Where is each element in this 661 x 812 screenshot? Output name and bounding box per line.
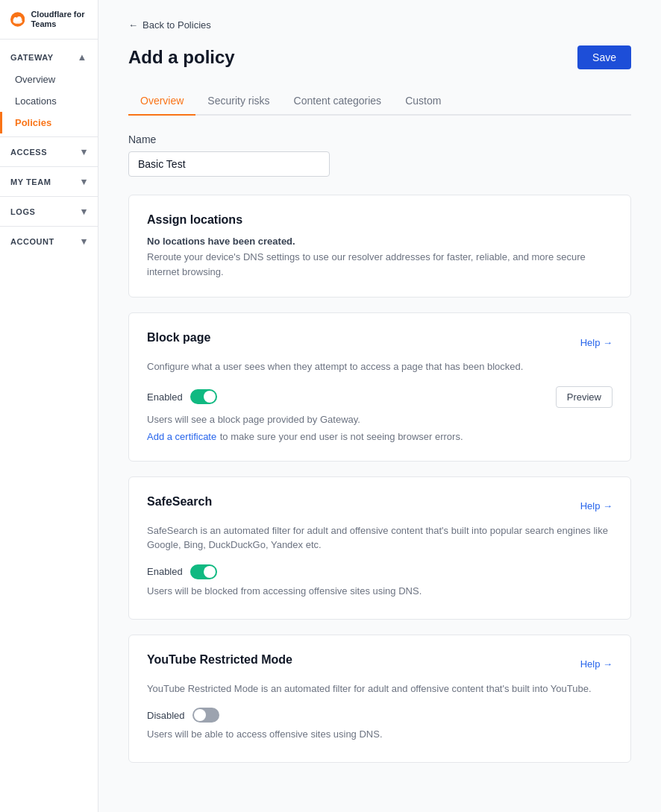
svg-point-4	[13, 17, 17, 21]
divider-2	[0, 166, 98, 167]
youtube-toggle-row: Disabled	[147, 708, 613, 723]
tab-bar: Overview Security risks Content categori…	[128, 87, 631, 116]
page-header: Add a policy Save	[128, 45, 631, 69]
back-to-policies-link[interactable]: ← Back to Policies	[128, 19, 211, 31]
block-page-toggle-row: Enabled Preview	[147, 386, 613, 408]
back-arrow-icon: ←	[128, 19, 138, 31]
sidebar-group-gateway[interactable]: GATEWAY ▲	[0, 45, 98, 69]
safesearch-header-row: SafeSearch Help →	[147, 495, 613, 517]
access-label: ACCESS	[10, 148, 47, 157]
app-logo: Cloudflare for Teams	[0, 0, 98, 40]
youtube-toggle-label-row: Disabled	[147, 708, 219, 723]
safesearch-desc: SafeSearch is an automated filter for ad…	[147, 523, 613, 553]
youtube-title: YouTube Restricted Mode	[147, 653, 292, 667]
safesearch-toggle-knob	[204, 566, 216, 578]
page-title: Add a policy	[128, 47, 235, 68]
block-page-desc: Configure what a user sees when they att…	[147, 359, 613, 374]
block-page-help-link[interactable]: Help →	[580, 337, 613, 348]
chevron-down-icon-access: ▾	[81, 146, 87, 157]
svg-point-5	[17, 16, 22, 21]
safesearch-help-link[interactable]: Help →	[580, 500, 613, 512]
divider-4	[0, 226, 98, 227]
sidebar: Cloudflare for Teams GATEWAY ▲ Overview …	[0, 0, 98, 812]
block-page-card: Block page Help → Configure what a user …	[128, 312, 631, 462]
sidebar-item-locations[interactable]: Locations	[0, 90, 98, 112]
cloudflare-logo-icon	[10, 9, 25, 30]
chevron-up-icon: ▲	[78, 51, 87, 63]
no-locations-subtitle: No locations have been created.	[147, 236, 613, 247]
chevron-down-icon-myteam: ▾	[81, 176, 87, 187]
safesearch-title: SafeSearch	[147, 495, 212, 509]
chevron-down-icon-account: ▾	[81, 236, 87, 247]
tab-custom[interactable]: Custom	[393, 87, 453, 116]
youtube-toggle-text: Users will be able to access offensive s…	[147, 728, 613, 740]
back-link-text: Back to Policies	[142, 19, 211, 31]
sidebar-nav: GATEWAY ▲ Overview Locations Policies AC…	[0, 45, 98, 253]
app-logo-text: Cloudflare for Teams	[31, 10, 87, 29]
sidebar-group-access[interactable]: ACCESS ▾	[0, 140, 98, 163]
safesearch-card: SafeSearch Help → SafeSearch is an autom…	[128, 476, 631, 620]
sidebar-group-account[interactable]: ACCOUNT ▾	[0, 230, 98, 253]
block-page-enabled-label: Enabled	[147, 391, 183, 403]
tab-security-risks[interactable]: Security risks	[195, 87, 281, 116]
cert-text-row: Add a certificate to make sure your end …	[147, 429, 613, 443]
chevron-down-icon-logs: ▾	[81, 206, 87, 217]
youtube-desc: YouTube Restricted Mode is an automated …	[147, 682, 613, 696]
sidebar-group-myteam[interactable]: MY TEAM ▾	[0, 170, 98, 193]
divider-1	[0, 136, 98, 137]
logs-label: LOGS	[10, 207, 35, 216]
name-field-group: Name	[128, 133, 631, 195]
add-certificate-link[interactable]: Add a certificate	[147, 431, 216, 442]
safesearch-enabled-label: Enabled	[147, 566, 183, 577]
divider-3	[0, 196, 98, 197]
youtube-disabled-label: Disabled	[147, 710, 185, 721]
gateway-label: GATEWAY	[10, 53, 54, 62]
name-input[interactable]	[128, 151, 330, 177]
main-content: ← Back to Policies Add a policy Save Ove…	[98, 0, 661, 812]
block-page-header-row: Block page Help →	[147, 331, 613, 353]
safesearch-toggle-text: Users will be blocked from accessing off…	[147, 585, 613, 597]
name-field-label: Name	[128, 133, 631, 145]
youtube-restricted-card: YouTube Restricted Mode Help → YouTube R…	[128, 635, 631, 764]
block-page-title: Block page	[147, 331, 210, 344]
block-page-toggle-label-row: Enabled	[147, 389, 217, 404]
youtube-header-row: YouTube Restricted Mode Help →	[147, 653, 613, 676]
youtube-help-link[interactable]: Help →	[580, 658, 613, 670]
assign-locations-desc: Reroute your device's DNS settings to us…	[147, 250, 613, 279]
safesearch-toggle-row: Enabled	[147, 564, 613, 579]
assign-locations-title: Assign locations	[147, 213, 613, 227]
myteam-label: MY TEAM	[10, 177, 51, 186]
sidebar-item-policies[interactable]: Policies	[0, 112, 98, 133]
block-page-toggle-text: Users will see a block page provided by …	[147, 414, 613, 425]
sidebar-item-overview[interactable]: Overview	[0, 69, 98, 90]
sidebar-group-logs[interactable]: LOGS ▾	[0, 200, 98, 223]
account-label: ACCOUNT	[10, 237, 54, 246]
block-page-toggle[interactable]	[190, 389, 217, 404]
safesearch-toggle[interactable]	[190, 564, 217, 579]
block-page-toggle-knob	[204, 391, 216, 403]
assign-locations-card: Assign locations No locations have been …	[128, 195, 631, 298]
youtube-toggle-knob	[194, 709, 206, 721]
cert-after-text-content: to make sure your end user is not seeing…	[220, 431, 463, 442]
youtube-toggle[interactable]	[192, 708, 219, 723]
safesearch-toggle-label-row: Enabled	[147, 564, 217, 579]
tab-content-categories[interactable]: Content categories	[282, 87, 394, 116]
tab-overview[interactable]: Overview	[128, 87, 195, 116]
preview-button[interactable]: Preview	[556, 386, 613, 408]
save-button[interactable]: Save	[577, 45, 631, 69]
